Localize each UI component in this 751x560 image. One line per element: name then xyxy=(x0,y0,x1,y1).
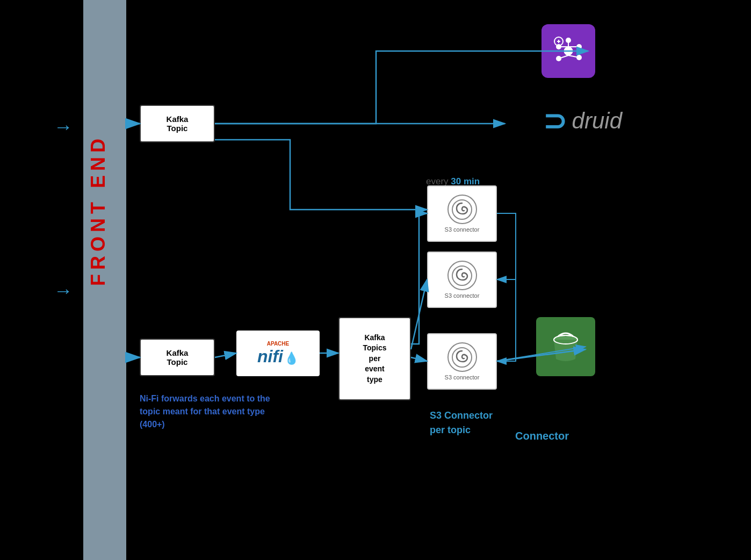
druid-text: druid xyxy=(572,108,622,134)
s3-connector-1: S3 connector xyxy=(427,185,497,242)
left-arrow-upper: → xyxy=(54,116,73,138)
s3-label-3: S3 connector xyxy=(445,374,480,380)
nifi-annotation: Ni-Fi forwards each event to thetopic me… xyxy=(140,392,270,431)
svg-line-24 xyxy=(215,353,236,357)
front-end-label: FRONT END xyxy=(89,134,108,286)
left-arrow-lower: → xyxy=(54,279,73,302)
connector-label: Connector xyxy=(515,430,569,442)
nifi-logo: APACHE nifi 💧 xyxy=(255,338,301,369)
s3-connector-3: S3 connector xyxy=(427,333,497,390)
s3-annotation: S3 Connectorper topic xyxy=(430,408,493,437)
s3-logo-2 xyxy=(447,261,477,290)
svg-line-27 xyxy=(411,357,427,361)
s3-logo-1 xyxy=(447,195,477,224)
druid-logo: ⊃ druid xyxy=(543,105,622,137)
s3-bucket-icon xyxy=(536,317,595,376)
svg-point-0 xyxy=(564,47,573,55)
svg-line-26 xyxy=(411,279,427,349)
s3-label-2: S3 connector xyxy=(445,292,480,299)
purple-network-icon xyxy=(541,24,595,78)
kafka-topic-upper: KafkaTopic xyxy=(140,105,215,142)
druid-icon: ⊃ xyxy=(543,105,567,137)
diagram: FRONT END → → ⊃ druid KafkaTopic xyxy=(0,0,751,560)
kafka-topics-per-event: KafkaTopicspereventtype xyxy=(338,317,411,400)
nifi-logo-box: APACHE nifi 💧 xyxy=(236,331,320,376)
s3-connector-2: S3 connector xyxy=(427,252,497,308)
kafka-topic-lower: KafkaTopic xyxy=(140,339,215,376)
s3-logo-3 xyxy=(447,342,477,372)
s3-label-1: S3 connector xyxy=(445,226,480,233)
